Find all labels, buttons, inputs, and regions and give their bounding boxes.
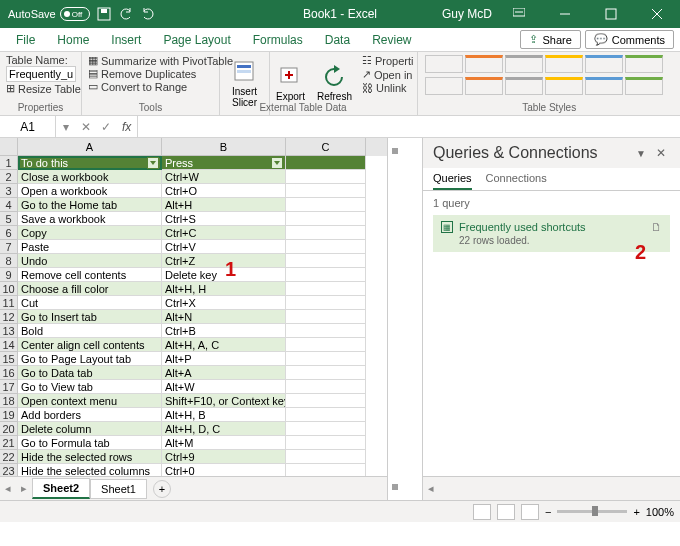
cell: Shift+F10, or Context key (162, 394, 286, 408)
redo-icon[interactable] (140, 6, 156, 22)
comments-button[interactable]: 💬Comments (585, 30, 674, 49)
table-header-cell: To do this (18, 156, 162, 170)
table-row[interactable]: 1 To do this Press (0, 156, 387, 170)
table-icon: ▦ (441, 221, 453, 233)
title-bar: AutoSave Off Book1 - Excel Guy McD (0, 0, 680, 28)
summarize-pivot-button[interactable]: ▦ Summarize with PivotTable (88, 54, 213, 67)
col-header-c[interactable]: C (286, 138, 366, 156)
table-row[interactable]: 22 Hide the selected rows Ctrl+9 (0, 450, 387, 464)
table-row[interactable]: 5 Save a workbook Ctrl+S (0, 212, 387, 226)
connections-tab[interactable]: Connections (486, 168, 547, 190)
table-row[interactable]: 19 Add borders Alt+H, B (0, 408, 387, 422)
svg-rect-5 (237, 65, 251, 68)
cell: Alt+H, A, C (162, 338, 286, 352)
table-row[interactable]: 2 Close a workbook Ctrl+W (0, 170, 387, 184)
table-row[interactable]: 20 Delete column Alt+H, D, C (0, 422, 387, 436)
remove-duplicates-button[interactable]: ▤ Remove Duplicates (88, 67, 213, 80)
queries-pane-close-icon[interactable]: ✕ (656, 146, 670, 160)
formula-input[interactable] (137, 116, 680, 137)
ext-properties-button[interactable]: ☷ Properti (362, 54, 414, 67)
ext-unlink-button[interactable]: ⛓ Unlink (362, 82, 414, 94)
filter-icon[interactable] (147, 157, 159, 169)
sheet-nav-prev[interactable]: ◂ (0, 482, 16, 495)
sheet-tab-other[interactable]: Sheet1 (90, 479, 147, 499)
table-row[interactable]: 18 Open context menu Shift+F10, or Conte… (0, 394, 387, 408)
tab-pagelayout[interactable]: Page Layout (153, 29, 240, 51)
table-row[interactable]: 16 Go to Data tab Alt+A (0, 366, 387, 380)
sheet-nav-next[interactable]: ▸ (16, 482, 32, 495)
page-break-view-icon[interactable] (521, 504, 539, 520)
minimize-icon[interactable] (542, 0, 588, 28)
table-row[interactable]: 15 Go to Page Layout tab Alt+P (0, 352, 387, 366)
hscroll-left-icon[interactable]: ◂ (423, 482, 439, 495)
cell: Open a workbook (18, 184, 162, 198)
convert-range-button[interactable]: ▭ Convert to Range (88, 80, 213, 93)
name-box[interactable]: A1 (0, 116, 56, 137)
autosave-toggle[interactable]: AutoSave Off (8, 7, 90, 21)
fx-icon[interactable]: fx (116, 120, 137, 134)
table-row[interactable]: 14 Center align cell contents Alt+H, A, … (0, 338, 387, 352)
zoom-in-button[interactable]: + (633, 506, 639, 518)
col-header-a[interactable]: A (18, 138, 162, 156)
table-row[interactable]: 6 Copy Ctrl+C (0, 226, 387, 240)
table-row[interactable]: 21 Go to Formula tab Alt+M (0, 436, 387, 450)
table-row[interactable]: 4 Go to the Home tab Alt+H (0, 198, 387, 212)
query-peek-icon[interactable]: 🗋 (651, 221, 662, 233)
undo-icon[interactable] (118, 6, 134, 22)
fbar-dropdown-icon[interactable]: ▾ (56, 120, 76, 134)
cell: Copy (18, 226, 162, 240)
table-row[interactable]: 11 Cut Ctrl+X (0, 296, 387, 310)
cancel-formula-icon[interactable]: ✕ (76, 120, 96, 134)
page-layout-view-icon[interactable] (497, 504, 515, 520)
cell: Choose a fill color (18, 282, 162, 296)
table-styles-gallery[interactable] (424, 54, 674, 98)
tab-review[interactable]: Review (362, 29, 421, 51)
new-sheet-button[interactable]: + (153, 480, 171, 498)
table-row[interactable]: 23 Hide the selected columns Ctrl+0 (0, 464, 387, 476)
table-row[interactable]: 9 Remove cell contents Delete key (0, 268, 387, 282)
zoom-slider[interactable] (557, 510, 627, 513)
table-row[interactable]: 8 Undo Ctrl+Z (0, 254, 387, 268)
queries-tab[interactable]: Queries (433, 168, 472, 190)
zoom-level[interactable]: 100% (646, 506, 674, 518)
table-row[interactable]: 13 Bold Ctrl+B (0, 324, 387, 338)
cell: Paste (18, 240, 162, 254)
share-button[interactable]: ⇪Share (520, 30, 580, 49)
cell: Go to Page Layout tab (18, 352, 162, 366)
cell: Remove cell contents (18, 268, 162, 282)
ext-open-button[interactable]: ↗ Open in (362, 68, 414, 81)
resize-table-button[interactable]: ⊞ Resize Table (6, 82, 75, 95)
cell: Ctrl+B (162, 324, 286, 338)
table-row[interactable]: 7 Paste Ctrl+V (0, 240, 387, 254)
filter-icon[interactable] (271, 157, 283, 169)
save-icon[interactable] (96, 6, 112, 22)
sheet-tab-bar: ◂ ▸ Sheet2 Sheet1 + (0, 476, 387, 500)
tab-data[interactable]: Data (315, 29, 360, 51)
zoom-out-button[interactable]: − (545, 506, 551, 518)
tab-formulas[interactable]: Formulas (243, 29, 313, 51)
cell: Alt+P (162, 352, 286, 366)
table-row[interactable]: 12 Go to Insert tab Alt+N (0, 310, 387, 324)
ribbon-options-icon[interactable] (496, 0, 542, 28)
user-name[interactable]: Guy McD (442, 7, 496, 21)
enter-formula-icon[interactable]: ✓ (96, 120, 116, 134)
close-icon[interactable] (634, 0, 680, 28)
cell: Cut (18, 296, 162, 310)
cell: Alt+H, D, C (162, 422, 286, 436)
queries-pane-dropdown-icon[interactable]: ▼ (636, 148, 646, 159)
table-row[interactable]: 17 Go to View tab Alt+W (0, 380, 387, 394)
svg-rect-6 (237, 70, 251, 73)
normal-view-icon[interactable] (473, 504, 491, 520)
table-row[interactable]: 10 Choose a fill color Alt+H, H (0, 282, 387, 296)
worksheet-grid[interactable]: A B C 1 To do this Press 2 Close a workb… (0, 138, 388, 500)
select-all-corner[interactable] (0, 138, 18, 156)
tab-file[interactable]: File (6, 29, 45, 51)
tab-insert[interactable]: Insert (101, 29, 151, 51)
table-row[interactable]: 3 Open a workbook Ctrl+O (0, 184, 387, 198)
sheet-tab-active[interactable]: Sheet2 (32, 478, 90, 499)
cell: Add borders (18, 408, 162, 422)
maximize-icon[interactable] (588, 0, 634, 28)
table-name-input[interactable] (6, 66, 76, 82)
col-header-b[interactable]: B (162, 138, 286, 156)
tab-home[interactable]: Home (47, 29, 99, 51)
